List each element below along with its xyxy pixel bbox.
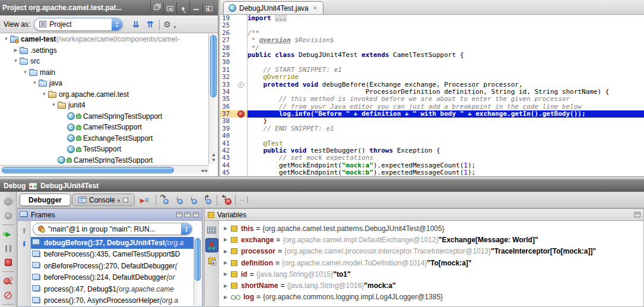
variable-row[interactable]: ▶id={java.lang.String@1015}"to1" bbox=[219, 268, 643, 280]
window-button-float-win[interactable] bbox=[150, 1, 163, 13]
debug-button-view-breakpoints[interactable] bbox=[1, 274, 15, 288]
frames-scrollbar[interactable] bbox=[193, 237, 201, 306]
pop-frame-button[interactable] bbox=[219, 194, 233, 207]
variable-value: "TraceInterceptor[To[mock:a]]" bbox=[491, 247, 596, 255]
tab-debugger[interactable]: Debugger bbox=[20, 194, 71, 206]
run-to-cursor-button[interactable] bbox=[237, 194, 252, 207]
previous-frame-button[interactable] bbox=[17, 224, 31, 238]
scrollbar-thumb[interactable] bbox=[210, 35, 217, 97]
expand-arrow-icon[interactable]: ▶ bbox=[224, 295, 231, 300]
tree-item[interactable]: CamelSpringTestSupport bbox=[0, 111, 209, 122]
scrollbar-thumb[interactable] bbox=[2, 167, 174, 173]
tree-down-arrow-icon[interactable]: ▼ bbox=[12, 56, 20, 67]
project-toolbar-button-settings[interactable] bbox=[161, 18, 176, 31]
scrollbar-buttons[interactable]: ◂ ▸ bbox=[201, 167, 208, 173]
editor-tab[interactable]: DebugJUnit4Test.java bbox=[223, 1, 323, 14]
tab-console[interactable]: Console bbox=[72, 194, 135, 206]
scrollbar-buttons[interactable]: ▲▼ bbox=[210, 152, 218, 163]
variable-row[interactable]: ▶this={org.apache.camel.test.patterns.De… bbox=[219, 223, 643, 234]
code-line[interactable]: 40 bbox=[220, 132, 644, 140]
stack-frame-row[interactable]: onBeforeProcess():270, DefaultDebugger ( bbox=[31, 260, 193, 272]
view-as-combobox[interactable]: Project bbox=[34, 18, 123, 31]
sort-alpha-button[interactable] bbox=[205, 254, 218, 268]
scrollbar-thumb[interactable] bbox=[195, 238, 201, 281]
window-button-minimize[interactable] bbox=[189, 1, 202, 13]
tree-item[interactable]: ▼src bbox=[0, 56, 209, 67]
float-icon[interactable] bbox=[185, 212, 191, 217]
code-line[interactable]: 45 getMockEndpoint("mock:b").expectedMes… bbox=[220, 169, 644, 176]
tree-item[interactable]: CamelSpringTestSupport bbox=[0, 155, 209, 164]
expand-arrow-icon[interactable]: ▶ bbox=[224, 283, 231, 289]
debug-button-balloon[interactable] bbox=[1, 208, 15, 223]
tree-item[interactable]: CamelTestSupport bbox=[0, 122, 209, 133]
project-vertical-scrollbar[interactable]: ▲▼ bbox=[208, 34, 218, 164]
expand-arrow-icon[interactable]: ▶ bbox=[224, 271, 231, 277]
tree-down-arrow-icon[interactable]: ▼ bbox=[21, 67, 29, 78]
tree-down-arrow-icon[interactable]: ▼ bbox=[31, 78, 39, 89]
code-line[interactable]: 29public class DebugJUnit4Test extends C… bbox=[220, 52, 644, 59]
debug-button-resume[interactable] bbox=[1, 227, 15, 241]
mini-float-icon[interactable] bbox=[123, 198, 128, 202]
show-execution-point-button[interactable] bbox=[139, 194, 154, 207]
stack-frame-row[interactable]: beforeProcess():214, DefaultDebugger (or bbox=[31, 272, 193, 284]
variable-row[interactable]: ▶processor={org.apache.camel.processor.i… bbox=[219, 246, 643, 257]
combo-stepper-icon[interactable] bbox=[181, 223, 192, 235]
project-toolbar-button-expand-all[interactable] bbox=[129, 18, 143, 31]
expand-arrow-icon[interactable]: ▶ bbox=[224, 260, 231, 265]
debug-button-pause[interactable] bbox=[1, 241, 15, 255]
stack-frame-row[interactable]: process():70, AsyncProcessorHelper (org.… bbox=[31, 295, 193, 307]
debug-button-mute-breakpoints[interactable] bbox=[1, 288, 15, 302]
tree-item[interactable]: ▼java bbox=[0, 78, 209, 89]
step-out-button[interactable] bbox=[201, 194, 215, 207]
stack-frame-row[interactable]: debugBefore():37, DebugJUnit4Test (org.a bbox=[31, 237, 193, 249]
mini-up-icon[interactable] bbox=[118, 197, 123, 202]
next-frame-button[interactable] bbox=[17, 238, 31, 251]
code-area[interactable]: 19import ...2526/**27 * @version $Revisi… bbox=[220, 15, 644, 176]
force-step-into-button[interactable] bbox=[186, 194, 201, 207]
tree-item[interactable]: TestSupport bbox=[0, 144, 209, 155]
step-into-button[interactable] bbox=[172, 194, 186, 207]
tree-down-arrow-icon[interactable]: ▼ bbox=[2, 34, 10, 45]
code-line[interactable]: 19import ... bbox=[220, 15, 644, 22]
restore-icon[interactable] bbox=[176, 212, 182, 217]
variable-row[interactable]: ▶exchange={org.apache.camel.impl.Default… bbox=[219, 234, 643, 245]
tree-item[interactable]: ▶.settings bbox=[0, 45, 209, 56]
window-button-hide-left[interactable] bbox=[202, 2, 215, 14]
tree-item[interactable]: ▼org.apache.camel.test bbox=[0, 89, 209, 100]
variable-row[interactable]: ▶shortName={java.lang.String@1016}"mock:… bbox=[219, 280, 643, 291]
code-line[interactable]: 25 bbox=[220, 22, 644, 29]
expand-arrow-icon[interactable]: ▶ bbox=[224, 249, 231, 254]
expand-arrow-icon[interactable]: ▶ bbox=[224, 237, 231, 242]
project-horizontal-scrollbar[interactable]: ◂ ▸ bbox=[0, 165, 209, 175]
step-over-button[interactable] bbox=[158, 194, 172, 207]
tree-item[interactable]: ExchangeTestSupport bbox=[0, 133, 209, 144]
restore-icon[interactable] bbox=[635, 212, 640, 217]
variable-row[interactable]: ▶definition={org.apache.camel.model.ToDe… bbox=[219, 257, 643, 268]
close-icon[interactable] bbox=[312, 5, 318, 11]
window-button-dock-win[interactable] bbox=[163, 2, 176, 14]
debug-button-rerun[interactable] bbox=[1, 194, 15, 208]
arrow-down-icon bbox=[21, 240, 27, 248]
debug-button-stop[interactable] bbox=[1, 255, 15, 270]
window-button-pin[interactable] bbox=[176, 2, 189, 14]
combo-stepper-icon[interactable] bbox=[112, 18, 122, 30]
project-toolbar-button-collapse-all[interactable] bbox=[143, 18, 157, 31]
code-line[interactable]: 39 // END SNIPPET: e1 bbox=[220, 125, 644, 132]
expand-arrow-icon[interactable]: ▶ bbox=[224, 226, 231, 231]
tree-item[interactable]: ▼camel-test (/workspace/camel/components… bbox=[0, 34, 209, 45]
tree-down-arrow-icon[interactable]: ▼ bbox=[40, 89, 48, 100]
stack-frame-row[interactable]: process():47, Debug$1 (org.apache.came bbox=[31, 283, 193, 295]
duke-button[interactable] bbox=[205, 238, 218, 252]
tree-down-arrow-icon[interactable]: ▼ bbox=[50, 100, 58, 111]
breakpoint-icon[interactable] bbox=[237, 110, 245, 118]
stack-frame-row[interactable]: beforeProcess():435, CamelTestSupport$D bbox=[31, 249, 193, 261]
code-line[interactable]: 27 * @version $Revision$ bbox=[220, 37, 644, 44]
tree-right-arrow-icon[interactable]: ▶ bbox=[12, 45, 20, 56]
tree-item[interactable]: ▼junit4 bbox=[0, 100, 209, 111]
thread-combobox[interactable]: "main"@1 in group "main": RUN... bbox=[33, 223, 192, 235]
execution-line[interactable]: 37 log.info("Before " + definition + " w… bbox=[220, 110, 644, 118]
calc-button[interactable] bbox=[205, 223, 218, 237]
variable-row[interactable]: ▶log={org.apache.commons.logging.impl.Lo… bbox=[219, 292, 643, 303]
dock-right-icon[interactable] bbox=[193, 212, 199, 217]
tree-item[interactable]: ▼main bbox=[0, 67, 209, 78]
